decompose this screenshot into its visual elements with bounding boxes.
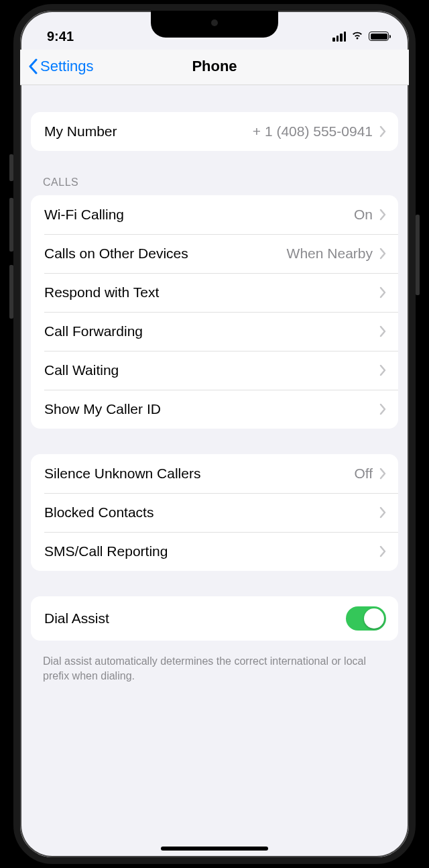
status-icons	[332, 30, 389, 43]
row-label: Call Waiting	[44, 362, 379, 378]
wifi-calling-row[interactable]: Wi-Fi Calling On	[31, 195, 398, 234]
row-value: When Nearby	[287, 246, 373, 262]
chevron-right-icon	[379, 364, 386, 376]
row-value: + 1 (408) 555-0941	[253, 123, 373, 140]
back-label: Settings	[40, 58, 94, 75]
row-value: Off	[354, 466, 373, 482]
silence-unknown-callers-row[interactable]: Silence Unknown Callers Off	[31, 454, 398, 493]
my-number-group: My Number + 1 (408) 555-0941	[31, 112, 398, 151]
row-value: On	[354, 207, 373, 223]
sms-call-reporting-row[interactable]: SMS/Call Reporting	[31, 532, 398, 571]
navigation-bar: Settings Phone	[20, 50, 409, 85]
chevron-right-icon	[379, 248, 386, 260]
dial-assist-toggle[interactable]	[346, 606, 386, 631]
respond-with-text-row[interactable]: Respond with Text	[31, 273, 398, 312]
row-label: Show My Caller ID	[44, 401, 379, 417]
cellular-signal-icon	[332, 32, 346, 42]
chevron-right-icon	[379, 545, 386, 557]
chevron-right-icon	[379, 403, 386, 415]
show-my-caller-id-row[interactable]: Show My Caller ID	[31, 390, 398, 429]
my-number-row[interactable]: My Number + 1 (408) 555-0941	[31, 112, 398, 151]
toggle-knob	[364, 608, 384, 629]
dial-assist-row: Dial Assist	[31, 596, 398, 641]
call-forwarding-row[interactable]: Call Forwarding	[31, 312, 398, 351]
chevron-right-icon	[379, 325, 386, 337]
chevron-right-icon	[379, 468, 386, 480]
row-label: Silence Unknown Callers	[44, 466, 354, 482]
row-label: My Number	[44, 123, 253, 140]
row-label: Respond with Text	[44, 284, 379, 301]
row-label: Blocked Contacts	[44, 504, 379, 521]
settings-content: My Number + 1 (408) 555-0941 CALLS Wi-Fi…	[20, 85, 409, 683]
row-label: Dial Assist	[44, 610, 346, 627]
row-label: Call Forwarding	[44, 323, 379, 339]
page-title: Phone	[192, 58, 237, 75]
phone-frame: 9:41 Settings Phone My Number + 1 (408) …	[13, 4, 416, 864]
device-notch	[151, 11, 278, 38]
wifi-icon	[351, 30, 364, 43]
calls-header: CALLS	[31, 176, 398, 195]
dial-assist-group: Dial Assist	[31, 596, 398, 641]
row-label: Wi-Fi Calling	[44, 207, 354, 223]
chevron-left-icon	[28, 58, 38, 74]
call-waiting-row[interactable]: Call Waiting	[31, 351, 398, 390]
chevron-right-icon	[379, 286, 386, 299]
dial-assist-footer: Dial assist automatically determines the…	[31, 649, 398, 683]
battery-icon	[369, 32, 389, 41]
chevron-right-icon	[379, 506, 386, 519]
row-label: Calls on Other Devices	[44, 246, 287, 262]
row-label: SMS/Call Reporting	[44, 543, 379, 559]
chevron-right-icon	[379, 125, 386, 138]
blocking-group: Silence Unknown Callers Off Blocked Cont…	[31, 454, 398, 571]
calls-other-devices-row[interactable]: Calls on Other Devices When Nearby	[31, 234, 398, 273]
calls-group: Wi-Fi Calling On Calls on Other Devices …	[31, 195, 398, 429]
home-indicator[interactable]	[161, 847, 268, 851]
back-button[interactable]: Settings	[28, 58, 94, 75]
status-time: 9:41	[47, 29, 74, 44]
chevron-right-icon	[379, 209, 386, 221]
blocked-contacts-row[interactable]: Blocked Contacts	[31, 493, 398, 532]
